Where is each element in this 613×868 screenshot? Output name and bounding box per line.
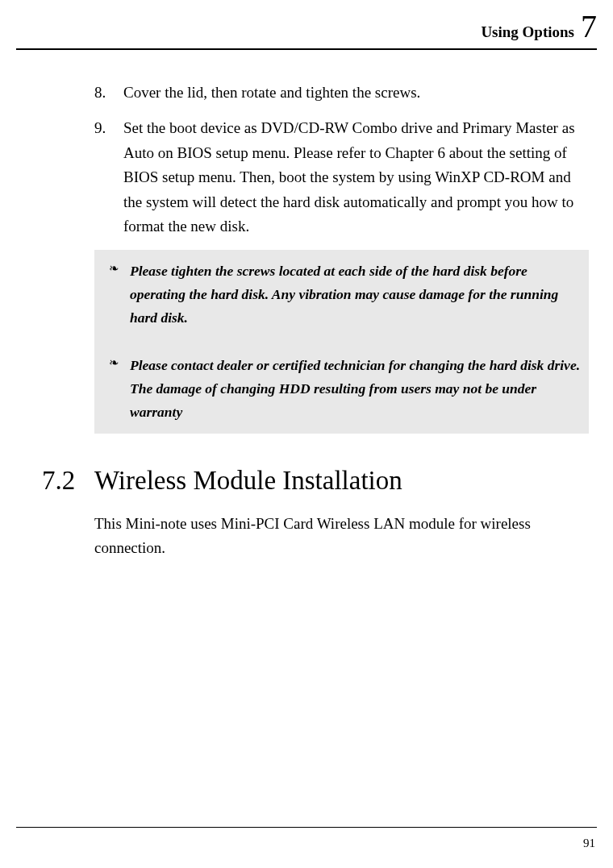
note-text: Please contact dealer or certified techn… <box>130 354 581 424</box>
page-header: Using Options 7 <box>16 10 597 50</box>
section-title: Wireless Module Installation <box>94 466 402 496</box>
list-text: Set the boot device as DVD/CD-RW Combo d… <box>123 116 589 239</box>
section-number: 7.2 <box>42 466 94 496</box>
list-number: 8. <box>94 81 123 105</box>
note-item: ❧ Please contact dealer or certified tec… <box>94 349 589 429</box>
list-number: 9. <box>94 116 123 239</box>
header-title: Using Options <box>481 16 574 48</box>
list-text: Cover the lid, then rotate and tighten t… <box>123 81 420 105</box>
section-heading: 7.2 Wireless Module Installation <box>42 466 589 496</box>
page-number: 91 <box>583 837 595 850</box>
note-bullet-icon: ❧ <box>98 354 130 424</box>
section-body: This Mini-note uses Mini-PCI Card Wirele… <box>94 512 589 561</box>
footer-rule <box>16 827 597 828</box>
page-content: 8. Cover the lid, then rotate and tighte… <box>94 81 589 560</box>
list-item: 8. Cover the lid, then rotate and tighte… <box>94 81 589 105</box>
note-bullet-icon: ❧ <box>98 260 130 330</box>
note-box: ❧ Please tighten the screws located at e… <box>94 250 589 433</box>
list-item: 9. Set the boot device as DVD/CD-RW Comb… <box>94 116 589 239</box>
header-chapter-number: 7 <box>581 10 597 43</box>
note-gap <box>94 334 589 349</box>
note-text: Please tighten the screws located at eac… <box>130 260 581 330</box>
note-item: ❧ Please tighten the screws located at e… <box>94 255 589 334</box>
